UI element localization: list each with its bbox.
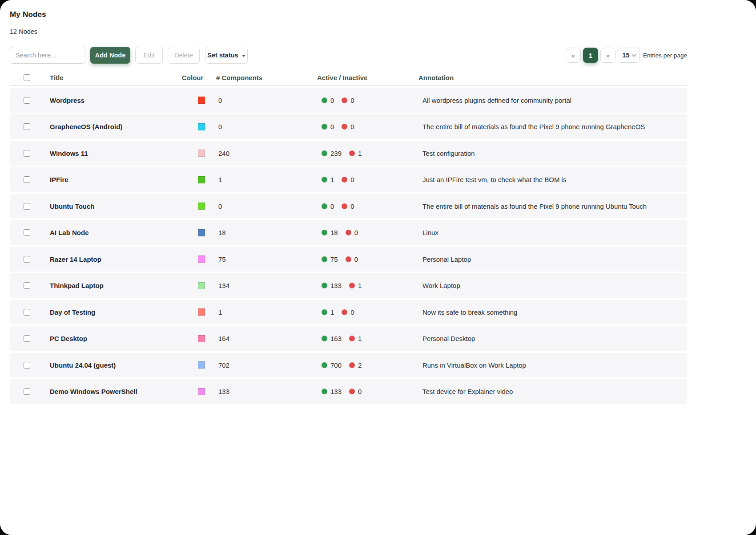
next-page-button[interactable]: » [600, 48, 615, 63]
table-row[interactable]: IPFire 1 1 0 Just an IPFire test vm, to … [10, 167, 687, 192]
active-count: 1 [330, 308, 334, 316]
chevron-down-icon [631, 52, 636, 57]
table-row[interactable]: Wordpress 0 0 0 All wordpress plugins de… [10, 88, 687, 113]
component-count: 164 [216, 335, 317, 342]
annotation: Test configuration [418, 150, 687, 157]
active-dot-icon [322, 309, 327, 315]
table-row[interactable]: Ubuntu Touch 0 0 0 The entire bill of ma… [10, 194, 687, 219]
table-row[interactable]: Demo Windows PowerShell 133 133 0 Test d… [10, 379, 687, 404]
active-count: 18 [330, 229, 338, 236]
annotation: Just an IPFire test vm, to check what th… [418, 176, 687, 183]
colour-swatch [198, 176, 205, 183]
inactive-dot-icon [342, 97, 347, 103]
row-checkbox[interactable] [24, 229, 30, 236]
table-row[interactable]: Day of Testing 1 1 0 Now its safe to bre… [10, 300, 687, 324]
inactive-count: 0 [350, 203, 354, 210]
inactive-dot-icon [342, 124, 347, 130]
row-checkbox[interactable] [24, 388, 30, 395]
table-row[interactable]: PC Desktop 164 163 1 Personal Desktop [10, 326, 687, 351]
colour-swatch [198, 308, 205, 316]
table-row[interactable]: GrapheneOS (Android) 0 0 0 The entire bi… [10, 114, 687, 139]
header-colour: Colour [182, 74, 216, 81]
table-row[interactable]: Thinkpad Laptop 134 133 1 Work Laptop [10, 273, 687, 298]
active-count: 239 [330, 150, 342, 157]
row-checkbox[interactable] [24, 335, 30, 342]
select-all-checkbox[interactable] [24, 74, 30, 81]
search-input[interactable] [10, 47, 85, 64]
row-checkbox[interactable] [24, 150, 30, 157]
prev-page-button[interactable]: « [566, 48, 581, 63]
annotation: Now its safe to break something [418, 308, 687, 316]
colour-swatch [198, 361, 205, 369]
active-dot-icon [322, 283, 327, 288]
node-title: Wordpress [50, 97, 182, 104]
colour-swatch [198, 150, 205, 157]
annotation: The entire bill of materials as found th… [418, 123, 687, 130]
table-row[interactable]: Ubuntu 24.04 (guest) 702 700 2 Runs in V… [10, 353, 687, 377]
component-count: 75 [216, 255, 317, 263]
row-checkbox[interactable] [24, 282, 30, 289]
component-count: 0 [216, 123, 317, 130]
node-title: Thinkpad Laptop [50, 282, 182, 289]
inactive-dot-icon [346, 256, 351, 262]
inactive-dot-icon [346, 230, 351, 235]
page-size-dropdown[interactable]: 15 [618, 48, 640, 63]
table-row[interactable]: AI Lab Node 18 18 0 Linux [10, 220, 687, 245]
annotation: Linux [418, 229, 687, 236]
set-status-dropdown[interactable]: Set status [205, 47, 248, 64]
active-dot-icon [322, 389, 327, 394]
header-annotation: Annotation [418, 74, 687, 81]
row-checkbox[interactable] [24, 362, 30, 369]
inactive-count: 0 [350, 176, 354, 183]
annotation: The entire bill of materials as found th… [418, 203, 687, 210]
row-checkbox[interactable] [24, 97, 30, 104]
add-node-button[interactable]: Add Node [90, 47, 130, 64]
inactive-dot-icon [349, 336, 355, 341]
annotation: Work Laptop [418, 282, 687, 289]
inactive-dot-icon [349, 150, 355, 156]
inactive-count: 0 [354, 229, 358, 236]
component-count: 134 [216, 282, 317, 289]
inactive-dot-icon [342, 203, 347, 209]
table-body: Wordpress 0 0 0 All wordpress plugins de… [10, 88, 687, 404]
header-components: # Components [216, 74, 317, 81]
component-count: 1 [216, 176, 317, 183]
inactive-dot-icon [342, 177, 347, 182]
inactive-count: 1 [358, 335, 362, 342]
node-count-label: 12 Nodes [10, 28, 756, 35]
colour-swatch [198, 388, 205, 395]
component-count: 18 [216, 229, 317, 236]
inactive-count: 1 [358, 282, 362, 289]
page-1-button[interactable]: 1 [583, 48, 598, 63]
header-active-inactive: Active / Inactive [317, 74, 418, 81]
page-size-value: 15 [622, 52, 629, 59]
component-count: 1 [216, 308, 317, 316]
row-checkbox[interactable] [24, 256, 30, 263]
active-count: 0 [330, 97, 334, 104]
active-dot-icon [322, 97, 327, 103]
component-count: 0 [216, 97, 317, 104]
row-checkbox[interactable] [24, 123, 30, 130]
colour-swatch [198, 97, 205, 104]
row-checkbox[interactable] [24, 309, 30, 316]
annotation: Runs in VirtualBox on Work Laptop [418, 361, 687, 369]
component-count: 702 [216, 361, 317, 369]
inactive-count: 0 [354, 255, 358, 263]
colour-swatch [198, 335, 205, 342]
delete-button[interactable]: Delete [168, 47, 200, 64]
toolbar: Add Node Edit Delete Set status « 1 » 15… [10, 47, 687, 64]
header-title: Title [50, 74, 182, 81]
active-count: 133 [330, 388, 342, 395]
node-title: Demo Windows PowerShell [50, 388, 182, 395]
edit-button[interactable]: Edit [135, 47, 163, 64]
node-title: AI Lab Node [50, 229, 182, 236]
inactive-count: 0 [350, 308, 354, 316]
table-header-row: Title Colour # Components Active / Inact… [10, 70, 687, 86]
caret-down-icon [242, 55, 245, 57]
table-row[interactable]: Windows 11 240 239 1 Test configuration [10, 141, 687, 166]
inactive-dot-icon [349, 283, 355, 288]
row-checkbox[interactable] [24, 176, 30, 183]
colour-swatch [198, 229, 205, 236]
table-row[interactable]: Razer 14 Laptop 75 75 0 Personal Laptop [10, 247, 687, 272]
row-checkbox[interactable] [24, 203, 30, 210]
